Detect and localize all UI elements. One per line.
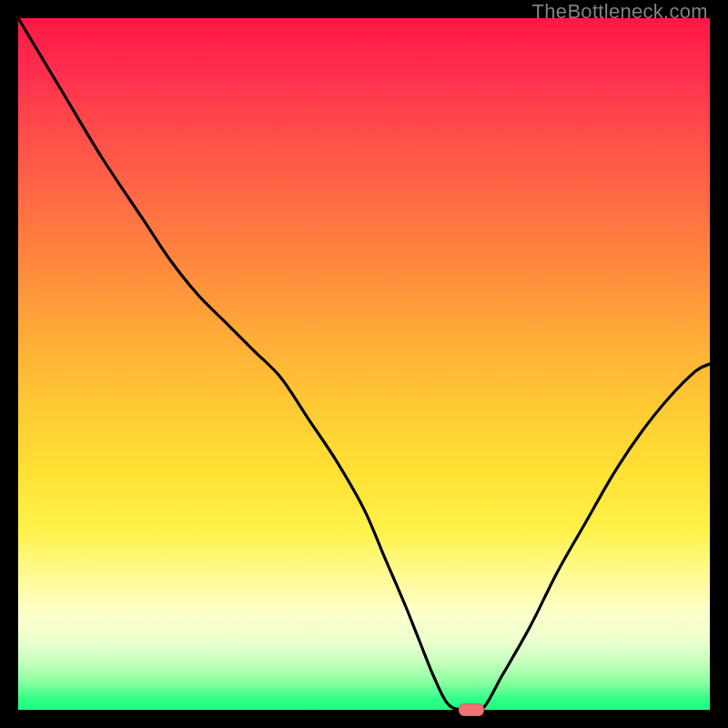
curve-layer xyxy=(18,18,710,710)
chart-container: TheBottleneck.com xyxy=(0,0,728,728)
bottleneck-curve xyxy=(18,18,710,710)
plot-area xyxy=(18,18,710,710)
optimal-marker xyxy=(459,703,484,716)
